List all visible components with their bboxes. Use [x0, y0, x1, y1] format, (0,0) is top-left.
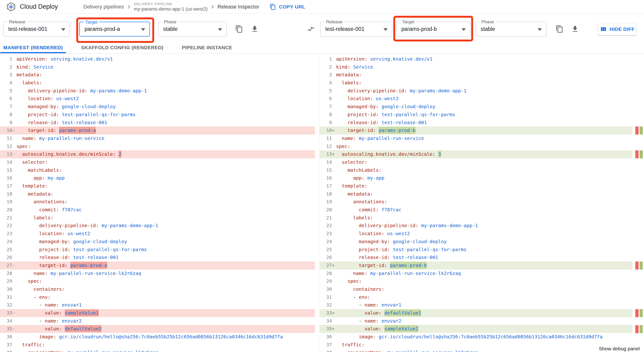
code-line: 35- value: defaultValue2 [0, 325, 315, 333]
copy-icon [270, 4, 276, 10]
diff-marker [635, 309, 638, 317]
diff-pane-right[interactable]: 1apiVersion: serving.knative.dev/v12kind… [320, 54, 632, 352]
code-line: 7 managed-by: google-cloud-deploy [320, 103, 632, 111]
code-line: 20 commit: f787cac [0, 206, 315, 214]
code-line: 6 location: us-west2 [0, 95, 315, 103]
hide-diff-button[interactable]: HIDE DIFF [598, 23, 636, 35]
diff-marker [640, 309, 643, 317]
code-line: 26 release-id: test-release-001 [320, 253, 632, 261]
code-line: 18 metadata: [0, 190, 315, 198]
diff-marker [640, 325, 643, 333]
app-title: Cloud Deploy [20, 3, 58, 10]
code-line: 3metadata: [320, 71, 632, 79]
tab-skaffold-config-rendered[interactable]: SKAFFOLD CONFIG (RENDERED) [78, 42, 167, 53]
target-select-left-value: params-prod-a [84, 26, 120, 32]
code-line: 18 metadata: [320, 190, 632, 198]
breadcrumb-pipeline[interactable]: DELIVERY PIPELINE my-params-demo-app-1 (… [134, 2, 208, 12]
copy-url-label: COPY URL [279, 4, 305, 10]
code-line: 24 managed-by: google-cloud-deploy [0, 238, 315, 246]
code-line: 21 labels: [320, 214, 632, 222]
code-line: 29 spec: [320, 277, 632, 285]
release-select-left-value: test-release-001 [8, 26, 47, 32]
code-line: 1apiVersion: serving.knative.dev/v1 [0, 55, 315, 63]
phase-select-left[interactable]: Phase stable [158, 22, 227, 37]
target-select-left[interactable]: Target params-prod-a [79, 22, 150, 37]
code-line: 27+ target-id: params-prod-b [320, 261, 632, 269]
code-line: 33- value: sampleValue1 [0, 309, 315, 317]
copy-manifest-right-button[interactable] [554, 23, 565, 35]
code-line: 23 location: us-west2 [0, 230, 315, 238]
code-line: 19 annotations: [320, 198, 632, 206]
code-line: 10- target-id: params-prod-a [0, 127, 315, 135]
diff-overview-ruler[interactable] [634, 54, 644, 352]
code-line: 11 name: my-parallel-run-service [320, 135, 632, 143]
breadcrumb-current: Release Inspector [218, 4, 259, 10]
code-line: 38 - revisionName: my-parallel-run-servi… [320, 349, 632, 352]
breadcrumb-delivery-pipelines[interactable]: Delivery pipelines [83, 4, 124, 10]
phase-select-right[interactable]: Phase stable [476, 22, 546, 37]
code-line: 30 containers: [320, 285, 632, 293]
code-line: 14 selector: [320, 158, 632, 166]
code-line: 4 labels: [0, 79, 315, 87]
code-line: 29 spec: [0, 277, 315, 285]
code-line: 13- autoscaling.knative.dev/minScale: 2 [0, 150, 315, 158]
tab-manifest-rendered[interactable]: MANIFEST (RENDERED) [0, 42, 66, 53]
code-line: 7 managed-by: google-cloud-deploy [0, 103, 315, 111]
diff-marker [635, 325, 638, 333]
code-line: 31 - env: [320, 293, 632, 301]
diff-pane-left[interactable]: 1apiVersion: serving.knative.dev/v12kind… [0, 54, 315, 352]
code-line: 16 app: my-app [0, 174, 315, 182]
copy-manifest-left-button[interactable] [234, 23, 245, 35]
code-line: 15 matchLabels: [0, 166, 315, 174]
diff-marker [635, 127, 638, 135]
download-manifest-left-button[interactable] [249, 23, 260, 35]
code-line: 12spec: [320, 143, 632, 151]
target-select-right[interactable]: Target params-prod-b [396, 22, 470, 37]
code-line: 24 managed-by: google-cloud-deploy [320, 238, 632, 246]
code-line: 34 - name: envvar2 [0, 317, 315, 325]
release-select-right[interactable]: Release test-release-001 [320, 22, 392, 37]
code-line: 32 - name: envvar1 [320, 301, 632, 309]
target-select-right-value: params-prod-b [401, 26, 437, 32]
dropdown-arrow-icon [61, 28, 66, 31]
code-line: 28 name: my-parallel-run-service-lk2r6za… [0, 269, 315, 277]
phase-select-right-label: Phase [480, 19, 496, 25]
diff-marker [640, 127, 643, 135]
code-line: 9 release-id: test-release-001 [320, 119, 632, 127]
code-line: 36 image: gcr.io/cloudrun/hello@sha256:7… [320, 333, 632, 341]
code-line: 8 project-id: test-parallel-qs-for-parms [320, 111, 632, 119]
diff-view: 1apiVersion: serving.knative.dev/v12kind… [0, 54, 644, 352]
tab-pipeline-instance[interactable]: PIPELINE INSTANCE [179, 42, 236, 53]
code-line: 19 annotations: [0, 198, 315, 206]
show-debug-panel-link[interactable]: Show debug panel [597, 345, 642, 352]
code-line: 35+ value: sampleValue2 [320, 325, 632, 333]
code-line: 2kind: Service [0, 63, 315, 71]
code-line: 32 - name: envvar1 [0, 301, 315, 309]
download-manifest-right-button[interactable] [570, 23, 581, 35]
phase-select-right-value: stable [481, 26, 495, 32]
code-line: 20 commit: f787cac [320, 206, 632, 214]
code-line: 31 - env: [0, 293, 315, 301]
diff-marker [640, 261, 643, 269]
code-line: 2kind: Service [320, 63, 632, 71]
release-select-left[interactable]: Release test-release-001 [3, 22, 70, 37]
code-line: 9 release-id: test-release-001 [0, 119, 315, 127]
code-line: 8 project-id: test-parallel-qs-for-parms [0, 111, 315, 119]
diff-marker [635, 261, 638, 269]
code-line: 21 labels: [0, 214, 315, 222]
chevron-right-icon [209, 3, 216, 10]
chevron-right-icon [126, 3, 132, 10]
code-line: 1apiVersion: serving.knative.dev/v1 [320, 55, 632, 63]
code-line: 15 matchLabels: [320, 166, 632, 174]
pipeline-name: my-params-demo-app-1 (us-west2) [134, 6, 208, 12]
target-select-right-label: Target [400, 19, 416, 25]
compare-arrows-button[interactable] [305, 23, 316, 35]
code-line: 3metadata: [0, 71, 315, 79]
copy-url-button[interactable]: COPY URL [270, 4, 305, 10]
dropdown-arrow-icon [462, 28, 466, 31]
hide-diff-label: HIDE DIFF [610, 26, 634, 32]
code-line: 6 location: us-west2 [320, 95, 632, 103]
download-icon [571, 25, 579, 33]
copy-icon [556, 25, 564, 33]
code-line: 30 containers: [0, 285, 315, 293]
